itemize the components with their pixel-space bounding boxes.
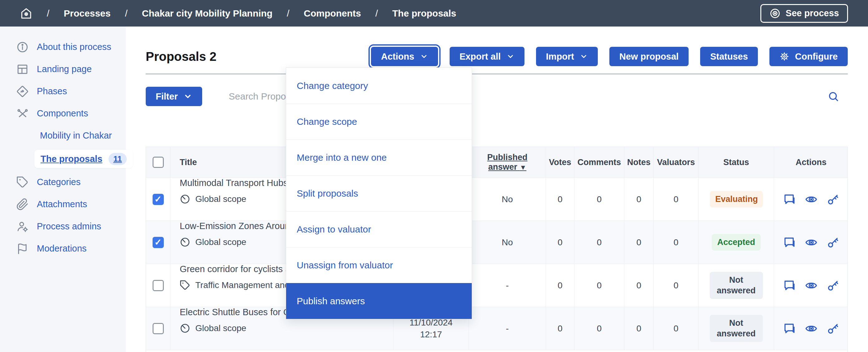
proposal-scope-label: Global scope bbox=[195, 194, 246, 204]
preview-proposal-button[interactable] bbox=[804, 193, 818, 206]
breadcrumb-processes[interactable]: Processes bbox=[64, 8, 111, 19]
table-header-row: Title Published answer ▼ Votes Comments … bbox=[146, 147, 847, 178]
sidebar-item-about[interactable]: About this process bbox=[0, 36, 126, 58]
search-icon[interactable] bbox=[828, 90, 840, 103]
proposal-title-link[interactable]: Multimodal Transport Hubs bbox=[180, 178, 288, 188]
configure-button[interactable]: Configure bbox=[769, 47, 848, 66]
permissions-button[interactable] bbox=[826, 278, 840, 292]
row-actions-cell bbox=[774, 307, 848, 350]
published-answer-sort-link[interactable]: Published answer ▼ bbox=[472, 153, 542, 172]
sidebar-item-label: Mobility in Chakar bbox=[40, 130, 112, 141]
comments-cell: 0 bbox=[575, 221, 624, 264]
statuses-label: Statuses bbox=[710, 52, 748, 62]
sidebar-item-moderations[interactable]: Moderations bbox=[0, 237, 126, 260]
export-all-button[interactable]: Export all bbox=[450, 47, 525, 66]
column-votes: Votes bbox=[546, 147, 575, 178]
preview-proposal-button[interactable] bbox=[804, 278, 818, 292]
breadcrumb-components[interactable]: Components bbox=[304, 8, 361, 19]
valuators-cell: 0 bbox=[654, 264, 699, 307]
sidebar-item-label: Components bbox=[37, 108, 88, 119]
published-answer-cell: No bbox=[469, 178, 546, 221]
see-process-button[interactable]: See process bbox=[761, 4, 848, 23]
key-icon bbox=[827, 193, 840, 206]
sidebar-item-process-admins[interactable]: Process admins bbox=[0, 215, 126, 237]
breadcrumb-separator: / bbox=[125, 8, 127, 19]
menu-item-change-scope[interactable]: Change scope bbox=[286, 104, 472, 140]
status-badge: Evaluating bbox=[710, 191, 763, 208]
menu-item-unassign-from-valuator[interactable]: Unassign from valuator bbox=[286, 247, 472, 283]
status-cell: Not answered bbox=[699, 307, 774, 350]
scope-icon bbox=[180, 323, 190, 333]
sidebar-item-the-proposals[interactable]: The proposals 11 bbox=[0, 147, 126, 171]
proposal-meta: Global scope bbox=[180, 194, 246, 204]
breadcrumb-separator: / bbox=[287, 8, 289, 19]
sort-desc-icon: ▼ bbox=[520, 164, 526, 171]
notes-cell: 0 bbox=[624, 221, 654, 264]
answer-proposal-button[interactable] bbox=[782, 193, 796, 206]
row-actions-cell bbox=[774, 178, 848, 221]
table-row: Multimodal Transport Hubs Global scope N… bbox=[146, 178, 847, 221]
sidebar-item-landing-page[interactable]: Landing page bbox=[0, 58, 126, 80]
menu-item-merge-into-a-new-one[interactable]: Merge into a new one bbox=[286, 140, 472, 175]
actions-button[interactable]: Actions bbox=[371, 47, 438, 66]
chevron-down-icon bbox=[580, 52, 588, 61]
chat-icon bbox=[783, 322, 796, 335]
row-checkbox[interactable] bbox=[153, 194, 164, 205]
breadcrumb: / Processes / Chakar city Mobility Plann… bbox=[20, 7, 456, 20]
proposals-table: Title Published answer ▼ Votes Comments … bbox=[146, 147, 848, 352]
proposal-category-label: Traffic Management and S bbox=[195, 280, 298, 290]
answer-proposal-button[interactable] bbox=[782, 236, 796, 250]
sidebar-item-components[interactable]: Components bbox=[0, 102, 126, 124]
column-status: Status bbox=[699, 147, 774, 178]
breadcrumb-separator: / bbox=[47, 8, 49, 19]
permissions-button[interactable] bbox=[826, 193, 840, 206]
breadcrumb-process-name[interactable]: Chakar city Mobility Planning bbox=[142, 8, 272, 19]
toolbar: Actions Export all Import New proposal S… bbox=[371, 47, 848, 66]
eye-icon bbox=[805, 322, 818, 335]
actions-dropdown-menu: Change category Change scope Merge into … bbox=[286, 67, 472, 319]
preview-proposal-button[interactable] bbox=[804, 322, 818, 335]
eye-icon bbox=[769, 8, 781, 19]
proposal-meta: Global scope bbox=[180, 323, 246, 333]
key-icon bbox=[827, 279, 840, 292]
votes-cell: 0 bbox=[546, 307, 575, 350]
answer-proposal-button[interactable] bbox=[782, 278, 796, 292]
table-row: Green corridor for cyclists and Traffic … bbox=[146, 264, 847, 307]
valuators-cell: 0 bbox=[654, 221, 699, 264]
row-checkbox[interactable] bbox=[153, 237, 164, 248]
row-checkbox[interactable] bbox=[153, 323, 164, 334]
sidebar-item-label: The proposals bbox=[40, 154, 102, 164]
menu-item-publish-answers[interactable]: Publish answers bbox=[286, 283, 472, 319]
sidebar-item-mobility-in-chakar[interactable]: Mobility in Chakar bbox=[0, 124, 126, 147]
answer-proposal-button[interactable] bbox=[782, 322, 796, 335]
sidebar-item-label: About this process bbox=[37, 42, 112, 52]
eye-icon bbox=[805, 236, 818, 249]
sidebar-item-label: Attachments bbox=[37, 199, 87, 209]
active-item-box: The proposals 11 bbox=[34, 150, 133, 168]
proposal-title-link[interactable]: Low-Emission Zones Around I bbox=[180, 221, 300, 231]
menu-item-change-category[interactable]: Change category bbox=[286, 68, 472, 104]
filter-button[interactable]: Filter bbox=[146, 87, 202, 106]
permissions-button[interactable] bbox=[826, 322, 840, 335]
permissions-button[interactable] bbox=[826, 236, 840, 250]
menu-item-assign-to-valuator[interactable]: Assign to valuator bbox=[286, 211, 472, 247]
sidebar-item-categories[interactable]: Categories bbox=[0, 171, 126, 193]
actions-button-label: Actions bbox=[381, 52, 414, 62]
sidebar-item-attachments[interactable]: Attachments bbox=[0, 193, 126, 215]
import-button[interactable]: Import bbox=[536, 47, 598, 66]
preview-proposal-button[interactable] bbox=[804, 236, 818, 250]
proposal-scope-label: Global scope bbox=[195, 323, 246, 333]
comments-cell: 0 bbox=[575, 264, 624, 307]
row-checkbox[interactable] bbox=[153, 280, 164, 291]
breadcrumb-current[interactable]: The proposals bbox=[392, 8, 456, 19]
home-link[interactable] bbox=[20, 7, 32, 20]
new-proposal-button[interactable]: New proposal bbox=[609, 47, 689, 66]
eye-icon bbox=[805, 193, 818, 206]
row-actions-cell bbox=[774, 221, 848, 264]
proposal-title-link[interactable]: Green corridor for cyclists and bbox=[180, 264, 301, 274]
sidebar-item-phases[interactable]: Phases bbox=[0, 80, 126, 102]
select-all-checkbox[interactable] bbox=[153, 157, 164, 168]
menu-item-split-proposals[interactable]: Split proposals bbox=[286, 175, 472, 211]
statuses-button[interactable]: Statuses bbox=[700, 47, 758, 66]
key-icon bbox=[827, 236, 840, 249]
